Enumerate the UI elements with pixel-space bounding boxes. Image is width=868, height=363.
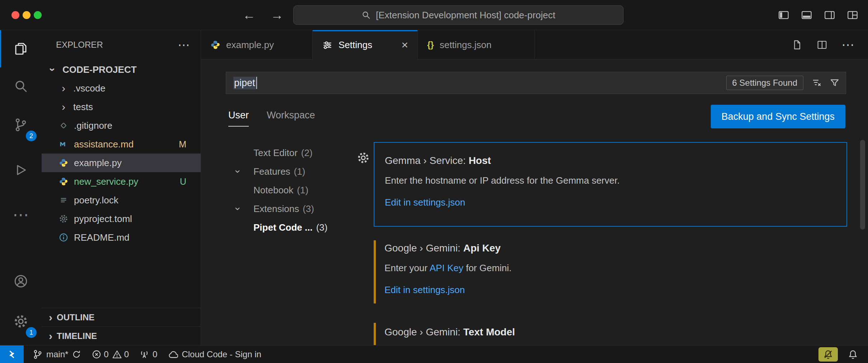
- source-control-icon[interactable]: 2: [0, 106, 42, 143]
- run-debug-icon[interactable]: [0, 151, 42, 189]
- chevron-down-icon: ›: [233, 207, 243, 210]
- layout-controls: [778, 0, 859, 30]
- section-label: TIMELINE: [57, 331, 97, 341]
- command-center[interactable]: [Extension Development Host] code-projec…: [293, 5, 624, 25]
- notifications-bell-icon[interactable]: [848, 349, 858, 359]
- toc-item-text-editor[interactable]: Text Editor (2): [201, 143, 358, 162]
- text-caret: [256, 77, 257, 89]
- settings-badge: 1: [26, 327, 37, 338]
- do-not-disturb-icon[interactable]: [818, 347, 838, 362]
- branch-name: main*: [46, 349, 68, 359]
- settings-search-input[interactable]: pipet 6 Settings Found: [226, 72, 846, 94]
- clear-search-filters-icon[interactable]: [811, 77, 822, 88]
- open-settings-json-icon[interactable]: [791, 39, 803, 51]
- setting-context-gear-icon[interactable]: [357, 151, 370, 164]
- filter-icon[interactable]: [829, 77, 840, 88]
- setting-item-google-gemini-api-key[interactable]: Google › Gemini: Api Key Enter your API …: [374, 240, 847, 303]
- settings-gear-icon[interactable]: 1: [0, 303, 42, 340]
- scrollbar[interactable]: [860, 140, 865, 230]
- scope-tab-workspace[interactable]: Workspace: [267, 110, 315, 127]
- file-tree: › CODE-PROJECT › .vscode › tests .gitign…: [42, 60, 201, 247]
- chevron-right-icon: ›: [58, 102, 69, 112]
- setting-category: Gemma › Service:: [385, 155, 466, 166]
- root-folder-label: CODE-PROJECT: [62, 64, 137, 75]
- edit-in-settings-json-link[interactable]: Edit in settings.json: [385, 197, 836, 208]
- tree-item-gitignore[interactable]: .gitignore: [42, 116, 201, 135]
- setting-item-gemma-service-host[interactable]: Gemma › Service: Host Enter the hostname…: [374, 142, 847, 227]
- chevron-right-icon: ›: [49, 331, 52, 341]
- tree-item-vscode[interactable]: › .vscode: [42, 79, 201, 98]
- toc-label: Pipet Code ...: [253, 222, 313, 233]
- editor-group: example.py Settings × {} settings.json: [201, 30, 868, 345]
- customize-layout-icon[interactable]: [846, 9, 859, 21]
- file-label: assistance.md: [74, 139, 134, 150]
- tree-root-folder[interactable]: › CODE-PROJECT: [42, 60, 201, 79]
- split-editor-icon[interactable]: [816, 39, 828, 51]
- ports-count: 0: [153, 349, 157, 359]
- setting-name: Api Key: [463, 242, 500, 254]
- tree-item-poetry-lock[interactable]: poetry.lock: [42, 191, 201, 209]
- setting-name: Host: [468, 155, 491, 166]
- command-center-text: [Extension Development Host] code-projec…: [376, 10, 555, 21]
- tree-item-tests[interactable]: › tests: [42, 98, 201, 116]
- tree-item-pyproject-toml[interactable]: pyproject.toml: [42, 209, 201, 228]
- cloud-code-status[interactable]: Cloud Code - Sign in: [163, 345, 266, 363]
- minimize-window-button[interactable]: [23, 11, 31, 19]
- chevron-down-icon: ›: [233, 170, 243, 173]
- toc-count: (3): [303, 203, 314, 214]
- timeline-section-header[interactable]: › TIMELINE: [42, 326, 201, 345]
- forward-icon[interactable]: →: [271, 8, 284, 23]
- toc-item-features[interactable]: › Features (1): [201, 162, 358, 181]
- file-label: example.py: [74, 157, 122, 169]
- info-file-icon: [58, 233, 69, 242]
- remote-indicator[interactable]: [0, 345, 24, 363]
- sync-icon: [72, 350, 81, 359]
- explorer-more-actions-icon[interactable]: ⋯: [178, 38, 190, 52]
- maximize-window-button[interactable]: [34, 11, 42, 19]
- ports-status[interactable]: 0: [134, 345, 163, 363]
- tree-item-assistance-md[interactable]: assistance.md M: [42, 135, 201, 154]
- close-window-button[interactable]: [11, 11, 19, 19]
- python-file-icon: [210, 40, 220, 50]
- more-views-icon[interactable]: ⋯: [0, 196, 42, 233]
- explorer-title: EXPLORER: [56, 40, 103, 50]
- back-icon[interactable]: ←: [243, 8, 256, 23]
- git-branch-status[interactable]: main*: [27, 345, 87, 363]
- tab-settings[interactable]: Settings ×: [313, 30, 418, 60]
- edit-in-settings-json-link[interactable]: Edit in settings.json: [384, 284, 847, 296]
- folder-label: .vscode: [73, 83, 106, 94]
- tree-item-readme-md[interactable]: README.md: [42, 228, 201, 247]
- api-key-link[interactable]: API Key: [430, 263, 463, 273]
- outline-section-header[interactable]: › OUTLINE: [42, 308, 201, 326]
- toggle-secondary-sidebar-icon[interactable]: [823, 9, 836, 21]
- git-status-badge: M: [179, 139, 186, 150]
- backup-sync-settings-button[interactable]: Backup and Sync Settings: [711, 105, 845, 128]
- accounts-icon[interactable]: [0, 263, 42, 300]
- editor-actions: ⋯: [791, 30, 868, 59]
- errors-icon: [92, 350, 101, 359]
- toc-item-notebook[interactable]: Notebook (1): [201, 181, 358, 199]
- tab-example-py[interactable]: example.py: [201, 30, 313, 60]
- toggle-panel-icon[interactable]: [801, 9, 813, 21]
- search-query-text: pipet: [233, 77, 256, 89]
- more-editor-actions-icon[interactable]: ⋯: [841, 37, 854, 52]
- branch-icon: [33, 349, 43, 359]
- json-braces-icon: {}: [427, 40, 434, 50]
- explorer-icon[interactable]: [0, 30, 42, 67]
- scope-tab-user[interactable]: User: [228, 110, 249, 127]
- tab-settings-json[interactable]: {} settings.json: [418, 30, 535, 60]
- close-tab-icon[interactable]: ×: [401, 38, 408, 52]
- title-bar: ← → [Extension Development Host] code-pr…: [0, 0, 868, 30]
- tree-item-new-service-py[interactable]: new_service.py U: [42, 172, 201, 191]
- toc-label: Extensions: [253, 203, 299, 214]
- toggle-primary-sidebar-icon[interactable]: [778, 9, 790, 21]
- tree-item-example-py[interactable]: example.py: [42, 154, 201, 172]
- problems-status[interactable]: 0 0: [87, 345, 134, 363]
- file-label: pyproject.toml: [74, 213, 132, 225]
- search-view-icon[interactable]: [0, 67, 42, 105]
- git-file-icon: [58, 121, 69, 130]
- setting-item-google-gemini-text-model[interactable]: Google › Gemini: Text Model: [374, 323, 847, 345]
- toc-item-extensions[interactable]: › Extensions (3): [201, 199, 358, 218]
- toc-item-pipet-code[interactable]: Pipet Code ... (3): [201, 218, 358, 237]
- python-file-icon: [58, 177, 69, 186]
